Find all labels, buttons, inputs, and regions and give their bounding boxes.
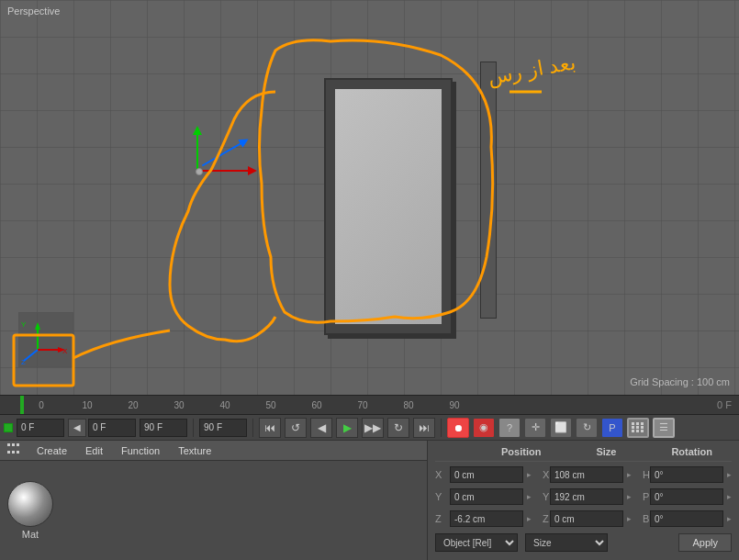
frame-indicator xyxy=(20,396,24,415)
gizmo-x-arrow xyxy=(199,170,250,172)
frame-prev-btn[interactable]: ◀ xyxy=(68,419,86,437)
frame-start-input[interactable] xyxy=(17,419,64,437)
door-side xyxy=(480,62,497,319)
y-size-input[interactable] xyxy=(550,488,623,505)
x-size-input[interactable] xyxy=(550,466,623,483)
menu-bar: Create Edit Function Texture xyxy=(0,441,427,461)
y-size-arrow[interactable]: ▸ xyxy=(627,492,632,501)
step-back-btn[interactable]: ◀ xyxy=(310,418,332,438)
menu-dots-icon xyxy=(7,443,22,458)
z-size-arrow[interactable]: ▸ xyxy=(627,514,632,523)
ruler-mark-70: 70 xyxy=(340,400,386,410)
move-btn[interactable]: ✛ xyxy=(524,418,546,438)
ruler-mark-30: 30 xyxy=(156,400,202,410)
mini-axes: Y X Z xyxy=(18,312,73,367)
ruler-mark-10: 10 xyxy=(64,400,110,410)
p-rot-input[interactable] xyxy=(650,488,723,505)
z-axis-label: Z xyxy=(435,513,446,524)
extra-btn[interactable]: ☰ xyxy=(653,418,675,438)
h-label: H xyxy=(635,469,646,480)
svg-text:Z: Z xyxy=(21,358,26,366)
b-rot-arrow[interactable]: ▸ xyxy=(727,514,732,523)
perspective-label: Perspective xyxy=(7,6,60,17)
skip-end-btn[interactable]: ⏭ xyxy=(413,418,435,438)
record-btn[interactable]: ⏺ xyxy=(447,418,469,438)
menu-edit[interactable]: Edit xyxy=(82,443,106,458)
svg-text:Y: Y xyxy=(21,320,27,329)
separator2 xyxy=(252,419,253,437)
frame-rel-group: ◀ xyxy=(68,419,136,437)
p-label: P xyxy=(635,491,646,502)
ruler-mark-60: 60 xyxy=(294,400,340,410)
menu-create[interactable]: Create xyxy=(33,443,71,458)
size-mode-select[interactable]: Size xyxy=(525,533,608,552)
skip-start-btn[interactable]: ⏮ xyxy=(259,418,281,438)
x-size-arrow[interactable]: ▸ xyxy=(627,470,632,479)
z-size-input[interactable] xyxy=(550,510,623,527)
help-btn[interactable]: ? xyxy=(498,418,521,438)
props-header: Position Size Rotation xyxy=(435,446,732,462)
b-rot-input[interactable] xyxy=(650,510,723,527)
z-pos-input[interactable] xyxy=(450,510,523,527)
frame-90-input[interactable] xyxy=(140,419,187,437)
timeline-bar: 0 10 20 30 40 50 60 70 80 90 0 F xyxy=(0,395,739,415)
right-panel: Position Size Rotation X ▸ X ▸ H ▸ Y ▸ Y… xyxy=(428,441,739,560)
h-rot-arrow[interactable]: ▸ xyxy=(727,470,732,479)
apply-button[interactable]: Apply xyxy=(678,533,732,552)
gizmo-center xyxy=(196,168,203,175)
y-pos-input[interactable] xyxy=(450,488,523,505)
z-row: Z ▸ Z ▸ B ▸ xyxy=(435,510,732,528)
door-panel xyxy=(335,89,442,324)
y-axis-label: Y xyxy=(435,491,446,502)
menu-function[interactable]: Function xyxy=(118,443,163,458)
z-pos-arrow[interactable]: ▸ xyxy=(527,514,532,523)
position-col-label: Position xyxy=(501,446,541,457)
separator xyxy=(193,419,194,437)
y-size-label: Y xyxy=(535,491,546,502)
frame-90b-input[interactable] xyxy=(199,419,247,437)
b-label: B xyxy=(635,513,646,524)
play-btn[interactable]: ▶ xyxy=(336,418,358,438)
ruler-mark-90: 90 xyxy=(431,400,477,410)
grid-btn[interactable] xyxy=(627,418,649,438)
loop-btn[interactable]: ↺ xyxy=(285,418,307,438)
x-pos-arrow[interactable]: ▸ xyxy=(527,470,532,479)
rotation-col-label: Rotation xyxy=(671,446,712,457)
grid-spacing-label: Grid Spacing : 100 cm xyxy=(630,376,730,387)
step-fwd-btn[interactable]: ▶▶ xyxy=(362,418,384,438)
left-panel: Create Edit Function Texture Mat xyxy=(0,441,428,560)
svg-text:X: X xyxy=(62,347,68,355)
z-size-label: Z xyxy=(535,513,546,524)
ruler-mark-20: 20 xyxy=(110,400,156,410)
p-rot-arrow[interactable]: ▸ xyxy=(727,492,732,501)
x-pos-input[interactable] xyxy=(450,466,523,483)
y-pos-arrow[interactable]: ▸ xyxy=(527,492,532,501)
y-row: Y ▸ Y ▸ P ▸ xyxy=(435,487,732,506)
controls-bar[interactable]: ◀ ⏮ ↺ ◀ ▶ ▶▶ ↻ ⏭ ⏺ ◉ ? ✛ ⬜ ↻ P ☰ xyxy=(0,415,739,441)
frame-rel-input[interactable] xyxy=(88,419,136,437)
record2-btn[interactable]: ◉ xyxy=(473,418,495,438)
rotate-btn[interactable]: ↻ xyxy=(576,418,598,438)
ruler-mark-40: 40 xyxy=(202,400,248,410)
transform-gizmo xyxy=(179,133,252,207)
x-row: X ▸ X ▸ H ▸ xyxy=(435,465,732,484)
select-btn[interactable]: ⬜ xyxy=(550,418,572,438)
material-preview[interactable] xyxy=(7,481,53,527)
loop2-btn[interactable]: ↻ xyxy=(387,418,409,438)
separator3 xyxy=(441,419,442,437)
h-rot-input[interactable] xyxy=(650,466,723,483)
green-dot xyxy=(4,423,13,432)
x-size-label: X xyxy=(535,469,546,480)
coord-system-select[interactable]: Object [Rel] xyxy=(435,533,518,552)
gizmo-y-arrow xyxy=(196,133,198,170)
park-btn[interactable]: P xyxy=(601,418,623,438)
frame-start-group xyxy=(4,419,64,437)
door-frame xyxy=(324,78,453,335)
material-label: Mat xyxy=(22,529,39,540)
size-col-label: Size xyxy=(596,446,616,457)
props-footer: Object [Rel] Size Apply xyxy=(435,533,732,552)
menu-texture[interactable]: Texture xyxy=(174,443,215,458)
bottom-panel: Create Edit Function Texture Mat Positio… xyxy=(0,441,739,560)
material-area: Mat xyxy=(0,461,427,560)
timeline-end-label: 0 F xyxy=(717,399,732,410)
